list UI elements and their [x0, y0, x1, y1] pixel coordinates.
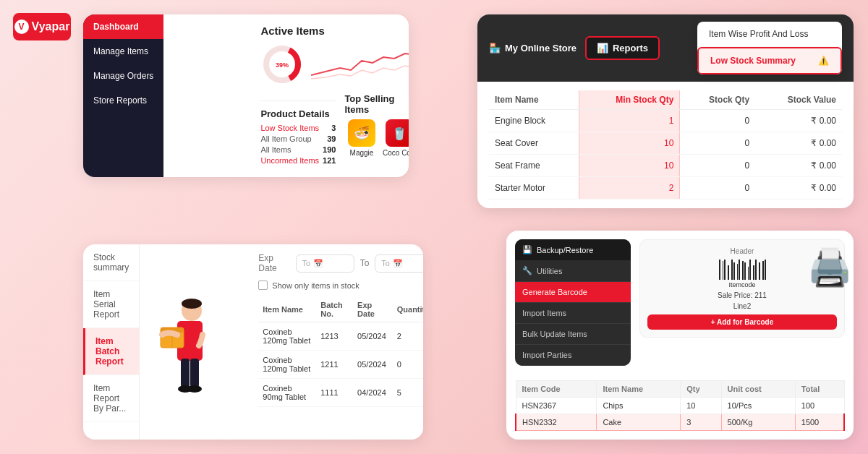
backup-panel: 💾 Backup/Restore 🔧 Utilities Generate Ba…: [515, 239, 631, 366]
col-stock-value: Stock Value: [755, 90, 842, 110]
backup-nav-bulk-update[interactable]: Bulk Update Items: [515, 324, 631, 345]
detail-row-unconfirmed: Uncormed Items 121: [260, 156, 336, 165]
donut-chart: 39%: [260, 43, 304, 86]
cocacola-icon: 🥤: [386, 119, 409, 147]
dropdown-item-low-stock[interactable]: Low Stock Summary ⚠️: [697, 47, 842, 74]
reports-tag[interactable]: 📊 Reports: [585, 36, 660, 60]
detail-row-item-group: All Item Group 39: [260, 134, 336, 143]
table-row: Coxineb 120mg Tablet 1211 05/2024 0: [258, 351, 423, 379]
batch-col-batch: Batch No.: [316, 297, 353, 322]
wrench-icon: 🔧: [522, 266, 532, 275]
product-details: Product Details Low Stock Items 3 All It…: [260, 100, 336, 167]
nav-item-manage-items[interactable]: Manage Items: [83, 39, 163, 64]
barcode-display-area: Header: [639, 239, 845, 366]
table-row: Coxineb 90mg Tablet 1111 04/2024 5: [258, 379, 423, 407]
warning-icon: ⚠️: [818, 56, 829, 66]
table-row: Seat Cover 10 0 ₹ 0.00: [489, 132, 842, 155]
calendar-icon: 📅: [313, 259, 323, 268]
nav-item-manage-orders[interactable]: Manage Orders: [83, 64, 163, 88]
inv-col-qty: Qty: [681, 381, 721, 398]
batch-col-exp: Exp Date: [353, 297, 393, 322]
date-to-input[interactable]: To 📅: [375, 254, 423, 273]
table-row: Seat Frame 10 0 ₹ 0.00: [489, 155, 842, 177]
reports-card: 🏪 My Online Store 📊 Reports Item Wise Pr…: [477, 14, 854, 208]
table-row: Starter Motor 2 0 ₹ 0.00: [489, 177, 842, 200]
barcode-scanner-icon: 🖨️: [807, 247, 852, 288]
top-selling-title: Top Selling Items: [344, 93, 409, 115]
batch-nav-party-report[interactable]: Item Report By Par...: [83, 375, 139, 422]
show-only-checkbox[interactable]: [258, 280, 268, 290]
batch-report-card: Stock summary Item Serial Report Item Ba…: [83, 244, 423, 440]
exp-date-row: Exp Date To 📅 To To 📅: [258, 253, 423, 273]
batch-table: Item Name Batch No. Exp Date Quantity Co…: [258, 297, 423, 407]
top-selling-box: Top Selling Items 🍜 Maggie 🥤 Coco Cola: [344, 93, 409, 167]
dashboard-card: Dashboard Manage Items Manage Orders Sto…: [83, 14, 409, 177]
svg-text:39%: 39%: [276, 61, 289, 69]
detail-row-all-items: All Items 190: [260, 145, 336, 154]
backup-nav-generate-barcode[interactable]: Generate Barcode: [515, 282, 631, 303]
barcode-card: 💾 Backup/Restore 🔧 Utilities Generate Ba…: [506, 231, 854, 440]
backup-icon: 💾: [522, 245, 532, 254]
batch-sidebar: Stock summary Item Serial Report Item Ba…: [83, 244, 140, 440]
dropdown-item-profit-loss[interactable]: Item Wise Profit And Loss: [697, 22, 842, 47]
show-only-checkbox-row: Show only items in stock: [258, 280, 423, 290]
detail-row-low-stock: Low Stock Items 3: [260, 124, 336, 132]
barcode-top-section: 💾 Backup/Restore 🔧 Utilities Generate Ba…: [506, 231, 854, 374]
dashboard-main: Active Items 39% Product Details Low Sto…: [250, 14, 409, 177]
table-row: Coxineb 120mg Tablet 1213 05/2024 2: [258, 322, 423, 351]
dashboard-sidebar: Dashboard Manage Items Manage Orders Sto…: [83, 14, 163, 177]
batch-nav-stock-summary[interactable]: Stock summary: [83, 244, 139, 281]
col-stock-qty: Stock Qty: [680, 90, 755, 110]
date-from-input[interactable]: To 📅: [296, 254, 354, 273]
store-icon: 🏪: [489, 43, 501, 53]
low-stock-table: Item Name Min Stock Qty Stock Qty Stock …: [477, 82, 854, 208]
inv-col-name: Item Name: [597, 381, 681, 398]
app-logo: V Vyapar: [13, 13, 71, 40]
bar-chart-icon: 📊: [597, 43, 608, 53]
inv-col-unit: Unit cost: [721, 381, 795, 398]
col-min-stock: Min Stock Qty: [579, 90, 679, 110]
batch-nav-batch-report[interactable]: Item Batch Report: [83, 328, 139, 375]
batch-content: Exp Date To 📅 To To 📅 Show only items in…: [248, 244, 423, 440]
backup-nav-import-parties[interactable]: Import Parties: [515, 345, 631, 366]
backup-header: 💾 Backup/Restore: [515, 239, 631, 260]
active-items-title: Active Items: [260, 25, 409, 37]
maggie-icon: 🍜: [348, 119, 375, 147]
batch-nav-serial-report[interactable]: Item Serial Report: [83, 281, 139, 328]
calendar-icon-2: 📅: [393, 259, 403, 268]
table-row: Engine Block 1 0 ₹ 0.00: [489, 110, 842, 132]
inv-col-total: Total: [795, 381, 844, 398]
col-item-name: Item Name: [489, 90, 579, 110]
line-chart: [311, 43, 409, 86]
add-barcode-button[interactable]: + Add for Barcode: [647, 314, 837, 330]
invoice-table: Item Code Item Name Qty Unit cost Total …: [515, 380, 845, 431]
store-label: 🏪 My Online Store: [489, 43, 576, 53]
backup-nav-utilities[interactable]: 🔧 Utilities: [515, 260, 631, 282]
logo-text: Vyapar: [32, 20, 70, 33]
barcode-line2: Line2: [647, 302, 837, 310]
nav-item-dashboard[interactable]: Dashboard: [83, 14, 163, 39]
invoice-table-section: Item Code Item Name Qty Unit cost Total …: [506, 374, 854, 440]
product-details-title: Product Details: [260, 108, 336, 119]
inv-col-code: Item Code: [516, 381, 597, 398]
table-row: HSN2367 Chips 10 10/Pcs 100: [516, 398, 844, 414]
batch-col-name: Item Name: [258, 297, 316, 322]
nav-item-store-reports[interactable]: Store Reports: [83, 88, 163, 113]
barcode-sale-price: Sale Price: 211: [647, 291, 837, 299]
table-row-highlighted: HSN2332 Cake 3 500/Kg 1500: [516, 414, 844, 431]
top-selling-item-cocacola: 🥤 Coco Cola: [383, 119, 409, 157]
reports-dropdown: Item Wise Profit And Loss Low Stock Summ…: [697, 22, 842, 74]
batch-col-qty: Quantity: [393, 297, 423, 322]
backup-nav-import-items[interactable]: Import Items: [515, 303, 631, 324]
top-selling-item-maggie: 🍜 Maggie: [348, 119, 375, 157]
logo-v-icon: V: [14, 20, 29, 34]
chart-area: 39%: [260, 43, 409, 86]
reports-header: 🏪 My Online Store 📊 Reports Item Wise Pr…: [477, 14, 854, 82]
